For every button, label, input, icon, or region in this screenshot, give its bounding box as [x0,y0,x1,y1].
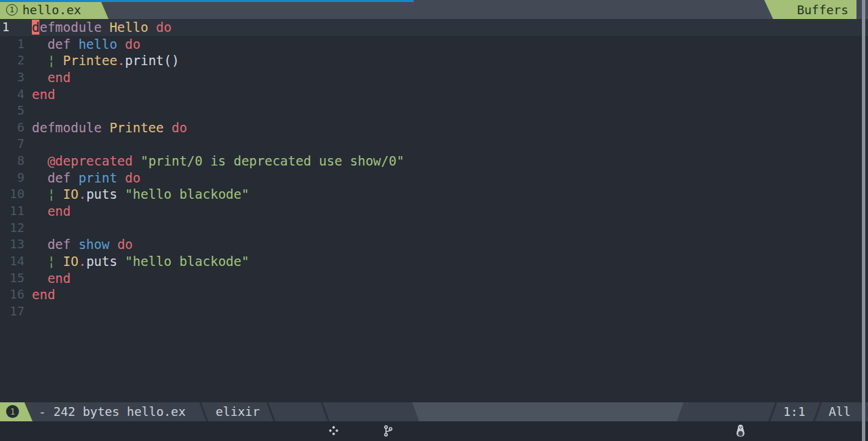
filetype-label: elixir [216,402,260,421]
line-number: 2 [0,52,24,69]
os-encoding-segment: | utf-8 [690,402,771,421]
line-number: 5 [0,102,24,119]
tab-hello-ex[interactable]: 1 hello.ex [0,0,108,19]
line-number: 17 [0,303,24,320]
linux-penguin-icon [734,424,747,438]
code-line[interactable]: 12 [0,220,868,237]
indent-guide: ¦ [47,187,55,202]
vim-editor-window: 1 hello.ex Buffers 1defmodule Hello do1 … [0,0,868,441]
line-number: 4 [0,86,24,103]
scroll-indicator: All [829,402,851,421]
statusline-separator [199,402,208,421]
code-line[interactable]: 1defmodule Hello do [0,19,868,36]
buffers-label-tab[interactable]: Buffers [764,0,856,19]
buffer-number-icon: 1 [6,4,18,16]
code-line[interactable]: 14 ¦ IO.puts "hello blackode" [0,253,868,270]
line-number: 6 [0,119,24,136]
tab-filename: hello.ex [22,3,81,17]
buffer-count-icon: 1 [6,405,19,418]
code-line[interactable]: 16end [0,286,868,303]
code-line[interactable]: 8 @deprecated "print/0 is deprecated use… [0,153,868,170]
indent-guide: ¦ [47,254,55,269]
code-line[interactable]: 13 def show do [0,236,868,253]
scrollbar[interactable] [862,0,865,441]
line-number: 14 [0,253,24,270]
code-line[interactable]: 6defmodule Printee do [0,119,868,136]
tabline: 1 hello.ex Buffers [0,0,868,19]
code-text: end [32,86,55,103]
code-text: ¦ IO.puts "hello blackode" [32,186,249,203]
code-line[interactable]: 15 end [0,270,868,287]
code-line[interactable]: 17 [0,303,868,320]
code-line[interactable]: 7 [0,136,868,153]
line-number: 3 [0,69,24,86]
line-number: 10 [0,186,24,203]
code-text: def print do [32,170,140,187]
code-line[interactable]: 4end [0,86,868,103]
code-text: defmodule Hello do [32,19,172,36]
code-text: ¦ IO.puts "hello blackode" [32,253,249,270]
code-text: def show do [32,236,133,253]
code-line[interactable]: 9 def print do [0,170,868,187]
code-text: ¦ Printee.print() [32,52,179,69]
line-number: 11 [0,203,24,220]
line-number: 16 [0,286,24,303]
code-text: end [32,69,71,86]
code-line[interactable]: 11 end [0,203,868,220]
line-number: 9 [0,170,24,187]
diamond-icon [328,425,339,436]
statusline-separator [267,402,275,421]
statusline-fill-segment [412,402,684,421]
code-text: defmodule Printee do [32,119,187,136]
buffers-label: Buffers [797,3,848,17]
line-number: 1 [0,36,24,53]
line-number: 15 [0,270,24,287]
code-text: end [32,270,71,287]
file-info: - 242 bytes hello.ex [39,402,186,421]
indent-guide: ¦ [47,53,55,68]
text-cursor: d [32,20,39,35]
code-text: end [32,286,55,303]
window-focus-border [0,0,414,2]
cursor-position: 1:1 [783,402,806,421]
line-number: 1 [0,19,24,36]
git-branch-icon [383,425,393,437]
code-line[interactable]: 5 [0,102,868,119]
line-number: 7 [0,136,24,153]
code-text: @deprecated "print/0 is deprecated use s… [32,153,404,170]
code-text: end [32,203,71,220]
code-line[interactable]: 10 ¦ IO.puts "hello blackode" [0,186,868,203]
line-number: 8 [0,153,24,170]
line-number: 13 [0,236,24,253]
code-line[interactable]: 1 def hello do [0,36,868,53]
plugin-icons: s [284,402,340,421]
code-line[interactable]: 2 ¦ Printee.print() [0,52,868,69]
code-line[interactable]: 3 end [0,69,868,86]
statusline-separator [813,402,822,421]
code-lines[interactable]: 1defmodule Hello do1 def hello do2 ¦ Pri… [0,19,868,320]
statusline: 1 - 242 bytes hello.ex elixir s [0,402,868,421]
git-branch-segment: master [339,402,427,421]
code-text: def hello do [32,36,140,53]
line-number: 12 [0,220,24,237]
